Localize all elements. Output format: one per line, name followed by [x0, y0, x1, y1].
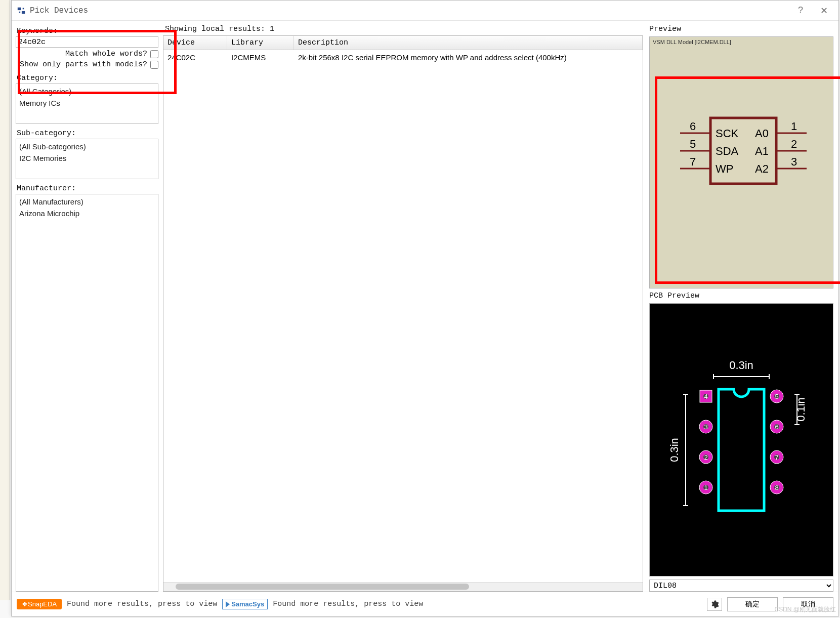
list-item[interactable]: (All Sub-categories) — [19, 141, 155, 153]
samacsys-message: Found more results, press to view — [273, 600, 423, 608]
pcb-footprint: 0.3in 0.3in 0.1in — [665, 354, 817, 526]
pcb-preview: 0.3in 0.3in 0.1in — [649, 303, 833, 576]
manufacturer-list[interactable]: (All Manufacturers) Arizona Microchip — [16, 194, 158, 592]
snapeda-badge: ❖SnapEDA — [17, 599, 62, 609]
svg-text:4: 4 — [704, 393, 707, 400]
svg-text:8: 8 — [775, 484, 778, 491]
package-select[interactable]: DIL08 — [649, 580, 833, 592]
category-label: Category: — [17, 74, 157, 83]
col-library[interactable]: Library — [227, 36, 294, 50]
table-header: Device Library Description — [163, 36, 643, 50]
app-icon — [17, 6, 26, 15]
pcb-pad: 6 — [770, 420, 783, 433]
keywords-input[interactable] — [16, 36, 158, 48]
svg-text:SCK: SCK — [716, 127, 739, 140]
match-whole-checkbox[interactable] — [150, 50, 158, 58]
svg-text:0.3in: 0.3in — [729, 359, 753, 372]
only-models-label: Show only parts with models? — [20, 60, 147, 69]
help-button[interactable]: ? — [789, 3, 812, 18]
ok-button[interactable]: 确定 — [727, 597, 778, 611]
pcb-pad: 7 — [770, 450, 783, 464]
cell-library: I2CMEMS — [227, 52, 294, 63]
window-title: Pick Devices — [30, 6, 88, 15]
svg-text:SDA: SDA — [716, 145, 739, 157]
list-item[interactable]: Arizona Microchip — [19, 208, 155, 220]
svg-text:0.3in: 0.3in — [668, 438, 681, 462]
svg-text:A0: A0 — [755, 127, 769, 140]
subcategory-group: Sub-category: (All Sub-categories) I2C M… — [16, 127, 158, 179]
pcb-label: PCB Preview — [649, 292, 833, 300]
preview-label: Preview — [649, 25, 833, 33]
svg-rect-1 — [22, 11, 25, 13]
results-header: Showing local results: 1 — [163, 25, 643, 33]
pick-devices-dialog: Pick Devices ? ✕ Keywords: Match whole w… — [11, 0, 839, 616]
left-panel: Keywords: Match whole words? Show only p… — [12, 21, 162, 592]
pcb-pad: 1 — [699, 481, 712, 494]
preview-panel: Preview VSM DLL Model [I2CMEM.DLL] 6 5 7… — [646, 21, 838, 592]
cell-device: 24C02C — [163, 52, 227, 63]
list-item[interactable]: I2C Memories — [19, 153, 155, 164]
svg-text:5: 5 — [775, 393, 778, 400]
match-whole-label: Match whole words? — [65, 50, 147, 58]
snapeda-vendor[interactable]: ❖SnapEDA Found more results, press to vi… — [17, 599, 217, 609]
svg-text:6: 6 — [690, 120, 696, 133]
svg-text:1: 1 — [791, 120, 797, 133]
keywords-label: Keywords: — [17, 27, 157, 35]
schematic-preview: VSM DLL Model [I2CMEM.DLL] 6 5 7 SCK SDA… — [649, 36, 833, 289]
snapeda-message: Found more results, press to view — [67, 600, 217, 608]
svg-rect-0 — [18, 7, 21, 10]
svg-text:WP: WP — [716, 162, 733, 175]
samacsys-vendor[interactable]: SamacSys Found more results, press to vi… — [222, 599, 423, 609]
col-device[interactable]: Device — [163, 36, 227, 50]
svg-rect-3 — [23, 8, 24, 9]
subcategory-list[interactable]: (All Sub-categories) I2C Memories — [16, 139, 158, 179]
results-table: Device Library Description 24C02C I2CMEM… — [163, 35, 643, 592]
samacsys-badge: SamacSys — [222, 599, 268, 609]
svg-text:5: 5 — [690, 138, 696, 150]
gear-icon — [710, 600, 719, 609]
pcb-pad: 2 — [699, 450, 712, 464]
keywords-group: Keywords: Match whole words? Show only p… — [16, 25, 158, 69]
svg-text:7: 7 — [775, 454, 778, 461]
play-icon — [226, 601, 230, 607]
svg-text:0.1in: 0.1in — [794, 397, 807, 422]
svg-text:3: 3 — [704, 423, 707, 431]
background-left-strip — [0, 0, 10, 618]
svg-text:6: 6 — [775, 423, 778, 431]
cell-description: 2k-bit 256x8 I2C serial EEPROM memory wi… — [294, 52, 643, 63]
list-item[interactable]: Memory ICs — [19, 98, 155, 109]
close-button[interactable]: ✕ — [812, 3, 835, 18]
bottom-bar: ❖SnapEDA Found more results, press to vi… — [12, 592, 838, 616]
list-item[interactable]: (All Manufacturers) — [19, 196, 155, 208]
subcategory-label: Sub-category: — [17, 129, 157, 138]
watermark-text: CSDN @刚见面就脸红 — [774, 605, 836, 614]
model-name: VSM DLL Model [I2CMEM.DLL] — [653, 39, 731, 45]
pcb-pad: 5 — [770, 390, 783, 403]
only-models-checkbox[interactable] — [150, 61, 158, 69]
scrollbar-thumb[interactable] — [176, 584, 469, 590]
manufacturer-group: Manufacturer: (All Manufacturers) Arizon… — [16, 182, 158, 592]
title-bar: Pick Devices ? ✕ — [12, 1, 838, 21]
svg-text:A2: A2 — [755, 162, 769, 175]
col-description[interactable]: Description — [294, 36, 643, 50]
settings-button[interactable] — [707, 598, 722, 611]
pcb-pad: 4 — [700, 390, 712, 402]
list-item[interactable]: (All Categories) — [19, 86, 155, 98]
table-body: 24C02C I2CMEMS 2k-bit 256x8 I2C serial E… — [163, 50, 643, 582]
pcb-pad: 8 — [770, 481, 783, 494]
svg-text:3: 3 — [791, 155, 797, 168]
pcb-pad: 3 — [699, 420, 712, 433]
table-row[interactable]: 24C02C I2CMEMS 2k-bit 256x8 I2C serial E… — [163, 50, 643, 65]
svg-text:1: 1 — [704, 484, 707, 491]
category-list[interactable]: (All Categories) Memory ICs — [16, 84, 158, 124]
manufacturer-label: Manufacturer: — [17, 184, 157, 193]
schematic-symbol: 6 5 7 SCK SDA WP 1 2 3 A0 A1 — [665, 108, 817, 199]
category-group: Category: (All Categories) Memory ICs — [16, 72, 158, 124]
svg-text:2: 2 — [791, 138, 797, 150]
horizontal-scrollbar[interactable] — [163, 582, 643, 591]
svg-text:2: 2 — [704, 454, 707, 461]
svg-rect-2 — [19, 11, 21, 13]
results-panel: Showing local results: 1 Device Library … — [162, 21, 646, 592]
svg-text:7: 7 — [690, 155, 696, 168]
svg-text:A1: A1 — [755, 145, 769, 157]
